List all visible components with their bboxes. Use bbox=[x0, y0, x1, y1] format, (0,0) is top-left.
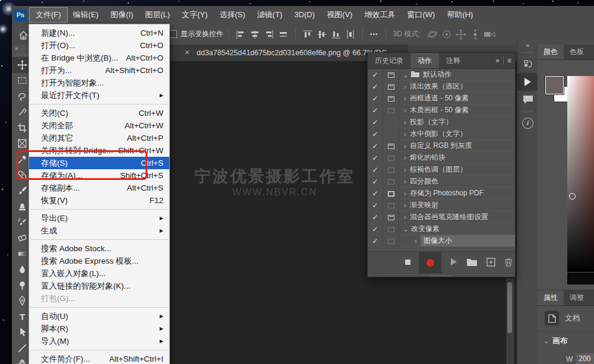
menu-item-scripts[interactable]: 脚本(R)▶ bbox=[29, 322, 169, 335]
actions-panel-icon[interactable] bbox=[517, 73, 538, 91]
menu-item-new[interactable]: 新建(N)...Ctrl+N bbox=[29, 27, 169, 39]
tab-notes[interactable]: 注释 bbox=[439, 53, 467, 68]
photoshop-logo-icon[interactable]: Ps bbox=[14, 9, 27, 21]
align-right-icon[interactable] bbox=[262, 27, 276, 42]
action-row[interactable]: ✓ ›投影（文字） bbox=[368, 116, 515, 128]
action-include-toggle[interactable]: ✓ bbox=[368, 93, 383, 105]
menu-item-save-copy[interactable]: 存储副本...Alt+Ctrl+S bbox=[29, 182, 169, 194]
3d-orbit-icon[interactable] bbox=[425, 27, 440, 42]
new-folder-button[interactable] bbox=[465, 256, 478, 268]
color-ramp-strip[interactable] bbox=[567, 273, 594, 284]
menu-item-close-all[interactable]: 关闭全部Alt+Ctrl+W bbox=[29, 119, 169, 132]
action-dialog-toggle[interactable] bbox=[383, 116, 399, 128]
action-row[interactable]: ✓ ›熔化的铅块 bbox=[368, 152, 515, 164]
menu-plugins[interactable]: 增效工具 bbox=[358, 8, 401, 22]
collapse-panel-icon[interactable]: » bbox=[495, 56, 500, 65]
menu-item-close-others[interactable]: 关闭其它Alt+Ctrl+P bbox=[29, 132, 169, 144]
3d-slide-icon[interactable] bbox=[468, 27, 482, 42]
action-dialog-toggle[interactable] bbox=[383, 200, 399, 211]
menu-layer[interactable]: 图层(L) bbox=[139, 8, 176, 22]
canvas-width-input[interactable] bbox=[576, 353, 594, 364]
menu-item-export[interactable]: 导出(E)▶ bbox=[29, 212, 169, 224]
tab-gradients[interactable]: 渐 bbox=[590, 45, 594, 59]
menu-window[interactable]: 窗口(W) bbox=[401, 8, 441, 22]
action-dialog-toggle[interactable] bbox=[383, 69, 399, 81]
action-dialog-toggle[interactable] bbox=[383, 81, 399, 93]
action-row[interactable]: ✓ ›淡出效果（选区） bbox=[368, 81, 515, 93]
action-row[interactable]: ✓ ›自定义 RGB 到灰度 bbox=[368, 140, 515, 152]
menu-help[interactable]: 帮助(H) bbox=[441, 8, 479, 22]
3d-camera-icon[interactable] bbox=[482, 27, 497, 42]
action-row[interactable]: ✓ ›画框通道 - 50 像素 bbox=[368, 93, 515, 105]
tab-properties[interactable]: 属性 bbox=[538, 290, 564, 305]
action-include-toggle[interactable]: ✓ bbox=[368, 116, 383, 128]
play-button[interactable] bbox=[447, 256, 460, 268]
menu-filter[interactable]: 滤镜(T) bbox=[251, 8, 289, 22]
drag-handle[interactable] bbox=[522, 52, 534, 53]
action-include-toggle[interactable]: ✓ bbox=[368, 81, 383, 93]
action-include-toggle[interactable]: ✓ bbox=[368, 176, 383, 188]
action-dialog-toggle[interactable] bbox=[383, 105, 399, 116]
chevron-down-icon[interactable]: ⌄ bbox=[403, 71, 409, 79]
action-dialog-toggle[interactable] bbox=[383, 140, 399, 152]
action-include-toggle[interactable]: ✓ bbox=[368, 69, 383, 81]
panel-resize-handle[interactable] bbox=[368, 273, 515, 278]
chevron-right-icon[interactable]: › bbox=[404, 130, 406, 138]
menu-item-place-linked[interactable]: 置入链接的智能对象(K)... bbox=[29, 280, 169, 292]
action-row[interactable]: ✓ ›水中倒影（文字） bbox=[368, 128, 515, 140]
action-include-toggle[interactable]: ✓ bbox=[368, 164, 383, 176]
menu-item-import[interactable]: 导入(M)▶ bbox=[29, 335, 169, 347]
chevron-right-icon[interactable]: › bbox=[404, 178, 406, 186]
tab-adjustments[interactable]: 调整 bbox=[564, 290, 590, 305]
align-middle-vertical-icon[interactable] bbox=[315, 27, 329, 42]
vertical-scrollbar[interactable] bbox=[506, 278, 514, 364]
chevron-right-icon[interactable]: › bbox=[404, 201, 406, 210]
action-row[interactable]: ✓ ›混合器画笔克隆绘图设置 bbox=[368, 211, 515, 223]
chevron-right-icon[interactable]: › bbox=[404, 154, 406, 162]
menu-type[interactable]: 文字(Y) bbox=[176, 8, 213, 22]
scrollbar-thumb[interactable] bbox=[507, 282, 512, 333]
menu-item-generate[interactable]: 生成▶ bbox=[29, 224, 169, 237]
chevron-down-icon[interactable]: ⌄ bbox=[403, 225, 409, 233]
menu-item-open[interactable]: 打开(O)...Ctrl+O bbox=[29, 39, 169, 52]
action-include-toggle[interactable]: ✓ bbox=[368, 140, 383, 152]
chevron-right-icon[interactable]: › bbox=[404, 83, 406, 91]
menu-view[interactable]: 视图(V) bbox=[321, 8, 358, 22]
action-dialog-toggle[interactable] bbox=[383, 176, 399, 188]
tab-swatches[interactable]: 色板 bbox=[564, 45, 590, 59]
tab-history[interactable]: 历史记录 bbox=[368, 53, 410, 68]
action-include-toggle[interactable]: ✓ bbox=[368, 211, 383, 223]
chevron-right-icon[interactable]: › bbox=[404, 189, 406, 198]
new-action-button[interactable] bbox=[484, 256, 497, 268]
action-dialog-toggle[interactable] bbox=[383, 128, 399, 140]
chevron-right-icon[interactable]: › bbox=[404, 142, 406, 150]
menu-file[interactable]: 文件(F) bbox=[30, 8, 67, 22]
menu-item-place-embedded[interactable]: 置入嵌入对象(L)... bbox=[29, 267, 169, 280]
menu-item-open-recent[interactable]: 最近打开文件(T)▶ bbox=[29, 89, 169, 102]
action-row[interactable]: ✓ ›木质画框 - 50 像素 bbox=[368, 105, 515, 116]
action-dialog-toggle[interactable] bbox=[383, 164, 399, 176]
drag-handle[interactable] bbox=[522, 110, 534, 112]
align-left-icon[interactable] bbox=[233, 27, 248, 42]
menu-item-search-stock[interactable]: 搜索 Adobe Stock... bbox=[29, 242, 169, 255]
tab-color[interactable]: 颜色 bbox=[538, 45, 564, 59]
menu-item-automate[interactable]: 自动(U)▶ bbox=[29, 310, 169, 322]
action-dialog-toggle[interactable] bbox=[383, 188, 399, 200]
action-dialog-toggle[interactable] bbox=[383, 152, 399, 164]
color-gradient-picker[interactable] bbox=[567, 76, 594, 272]
align-center-horizontal-icon[interactable] bbox=[248, 27, 262, 42]
chevron-right-icon[interactable]: › bbox=[415, 237, 417, 245]
action-row[interactable]: ✓ ›四分颜色 bbox=[368, 176, 515, 188]
menu-item-revert[interactable]: 恢复(V)F12 bbox=[29, 194, 169, 207]
3d-pan-icon[interactable] bbox=[454, 27, 468, 42]
action-row[interactable]: ✓ ›棕褐色调（图层） bbox=[368, 164, 515, 176]
history-panel-icon[interactable] bbox=[517, 55, 538, 73]
more-options-icon[interactable]: ••• bbox=[368, 31, 381, 37]
action-include-toggle[interactable]: ✓ bbox=[368, 235, 383, 247]
panel-menu-icon[interactable]: ≡ bbox=[507, 56, 511, 65]
chevron-right-icon[interactable]: › bbox=[404, 94, 406, 103]
info-panel-icon[interactable]: i bbox=[517, 114, 538, 132]
notes-panel-icon[interactable] bbox=[517, 91, 538, 109]
align-bottom-icon[interactable] bbox=[329, 27, 343, 42]
drag-handle[interactable] bbox=[17, 54, 28, 56]
